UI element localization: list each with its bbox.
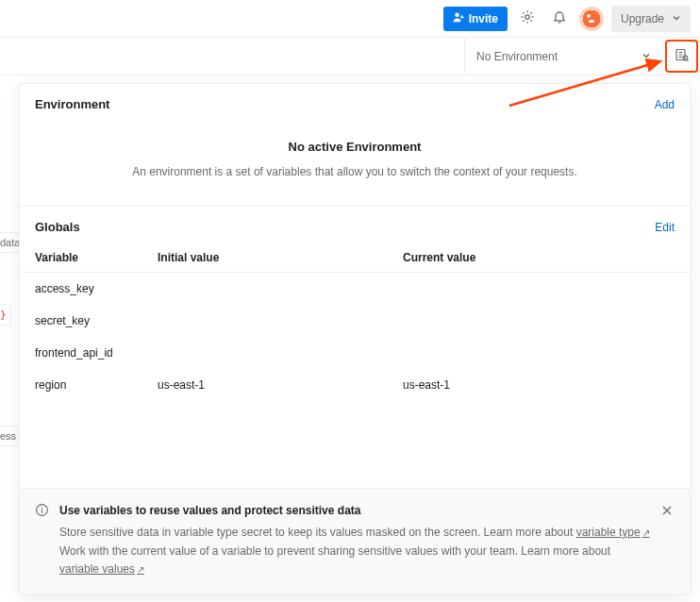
- environment-section-header: Environment Add: [20, 84, 690, 119]
- environment-selected-label: No Environment: [476, 50, 558, 63]
- no-environment-sub: An environment is a set of variables tha…: [58, 163, 652, 181]
- info-icon: [35, 503, 50, 523]
- globals-section-title: Globals: [35, 220, 80, 234]
- invite-label: Invite: [469, 12, 498, 25]
- invite-button[interactable]: Invite: [443, 7, 508, 31]
- no-environment-placeholder: No active Environment An environment is …: [20, 119, 690, 206]
- chevron-down-icon: [642, 50, 651, 63]
- globals-rows: access_keysecret_keyfrontend_api_idregio…: [20, 273, 690, 401]
- gear-icon: [520, 9, 535, 27]
- chevron-down-icon: [672, 12, 681, 25]
- globals-section-header: Globals Edit: [20, 207, 690, 243]
- globals-row: secret_key: [20, 305, 690, 337]
- svg-point-0: [455, 13, 459, 18]
- cell-initial: [158, 346, 403, 360]
- environment-quicklook-icon: [675, 47, 690, 65]
- cell-variable: frontend_api_id: [35, 346, 158, 360]
- cell-current: [403, 282, 675, 295]
- cell-variable: access_key: [35, 282, 158, 295]
- cell-current: [403, 346, 675, 360]
- globals-section: Globals Edit Variable Initial value Curr…: [20, 207, 690, 488]
- environment-bar: No Environment: [0, 38, 700, 75]
- edit-globals-button[interactable]: Edit: [655, 221, 675, 234]
- tip-line1: Store sensitive data in variable type se…: [59, 526, 650, 539]
- background-fragment: ess: [0, 426, 21, 446]
- variable-values-link[interactable]: variable values↗: [59, 562, 144, 576]
- upgrade-button[interactable]: Upgrade: [611, 6, 691, 32]
- globals-row: frontend_api_id: [20, 337, 690, 369]
- upgrade-label: Upgrade: [621, 12, 664, 25]
- no-environment-headline: No active Environment: [58, 140, 652, 154]
- close-tip-button[interactable]: [661, 504, 675, 522]
- cell-variable: secret_key: [35, 314, 158, 327]
- settings-button[interactable]: [515, 7, 540, 31]
- add-environment-button[interactable]: Add: [655, 98, 675, 111]
- globals-column-headers: Variable Initial value Current value: [20, 243, 690, 273]
- notifications-button[interactable]: [547, 7, 572, 31]
- variable-type-link[interactable]: variable type↗: [576, 526, 650, 539]
- svg-point-1: [525, 15, 529, 19]
- cell-initial: us-east-1: [158, 378, 403, 392]
- tip-line2: Work with the current value of a variabl…: [59, 544, 610, 576]
- globals-row: access_key: [20, 273, 690, 305]
- cell-initial: [158, 282, 403, 295]
- invite-icon: [453, 11, 464, 25]
- top-bar: Invite Upgrade: [0, 0, 700, 38]
- environment-section-title: Environment: [35, 97, 109, 111]
- col-initial: Initial value: [158, 251, 403, 264]
- tip-banner: Use variables to reuse values and protec…: [20, 488, 690, 594]
- cell-current: [403, 314, 675, 327]
- globals-row: regionus-east-1us-east-1: [20, 369, 690, 401]
- environment-select[interactable]: No Environment: [464, 38, 662, 75]
- bell-icon: [552, 9, 567, 27]
- tip-headline: Use variables to reuse values and protec…: [59, 502, 652, 520]
- background-fragment: }: [0, 304, 11, 326]
- col-current: Current value: [403, 251, 675, 264]
- avatar[interactable]: [579, 7, 604, 31]
- external-link-icon: ↗: [642, 527, 650, 538]
- cell-current: us-east-1: [403, 378, 675, 392]
- external-link-icon: ↗: [137, 564, 144, 575]
- cell-variable: region: [35, 378, 158, 392]
- environment-quicklook-button[interactable]: [662, 38, 700, 75]
- col-variable: Variable: [35, 251, 158, 264]
- cell-initial: [158, 314, 403, 327]
- environment-quicklook-panel: Environment Add No active Environment An…: [19, 83, 691, 594]
- avatar-icon: [584, 11, 599, 26]
- tip-body: Use variables to reuse values and protec…: [59, 502, 652, 578]
